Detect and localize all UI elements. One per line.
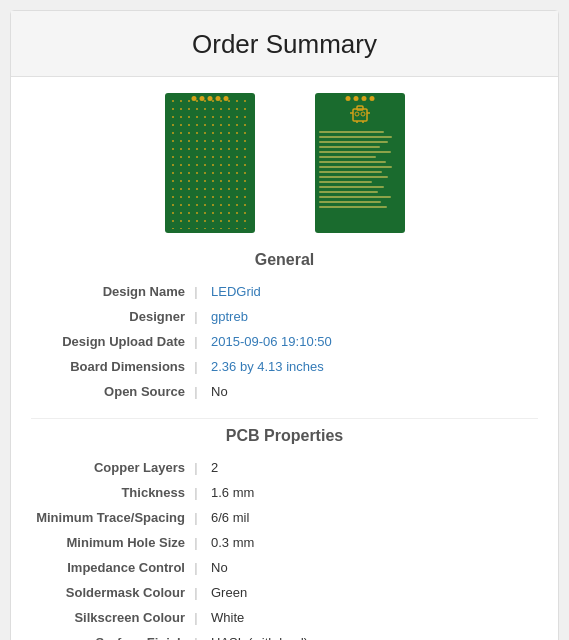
- separator-1: |: [191, 279, 201, 304]
- open-source-label: Open Source: [11, 379, 191, 404]
- impedance-value: No: [201, 555, 558, 580]
- pcb-section-title: PCB Properties: [11, 427, 558, 445]
- pcb-info-table: Copper Layers | 2 Thickness | 1.6 mm Min…: [11, 455, 558, 640]
- thickness-row: Thickness | 1.6 mm: [11, 480, 558, 505]
- impedance-label: Impedance Control: [11, 555, 191, 580]
- separator-4: |: [191, 354, 201, 379]
- surface-finish-label: Surface Finish: [11, 630, 191, 640]
- min-trace-label: Minimum Trace/Spacing: [11, 505, 191, 530]
- min-hole-row: Minimum Hole Size | 0.3 mm: [11, 530, 558, 555]
- pcb-dot-pattern: [165, 93, 255, 233]
- separator-7: |: [191, 480, 201, 505]
- separator-11: |: [191, 580, 201, 605]
- pcb-images: [11, 93, 558, 233]
- thickness-value: 1.6 mm: [201, 480, 558, 505]
- pcb-text-pattern: [319, 131, 401, 211]
- order-summary-card: Order Summary: [10, 10, 559, 640]
- soldermask-value: Green: [201, 580, 558, 605]
- separator-13: |: [191, 630, 201, 640]
- robot-icon: [348, 101, 372, 125]
- board-dimensions-label: Board Dimensions: [11, 354, 191, 379]
- copper-layers-row: Copper Layers | 2: [11, 455, 558, 480]
- pcb-front-image: [165, 93, 255, 233]
- separator-8: |: [191, 505, 201, 530]
- section-divider: [31, 418, 538, 419]
- thickness-label: Thickness: [11, 480, 191, 505]
- open-source-row: Open Source | No: [11, 379, 558, 404]
- upload-date-value: 2015-09-06 19:10:50: [201, 329, 558, 354]
- svg-rect-1: [357, 106, 363, 110]
- open-source-value: No: [201, 379, 558, 404]
- separator-10: |: [191, 555, 201, 580]
- designer-label: Designer: [11, 304, 191, 329]
- separator-5: |: [191, 379, 201, 404]
- separator-9: |: [191, 530, 201, 555]
- separator-3: |: [191, 329, 201, 354]
- separator-12: |: [191, 605, 201, 630]
- silkscreen-value: White: [201, 605, 558, 630]
- page-title: Order Summary: [11, 11, 558, 77]
- svg-point-3: [361, 112, 365, 116]
- surface-finish-row: Surface Finish | HASL (with lead): [11, 630, 558, 640]
- design-name-label: Design Name: [11, 279, 191, 304]
- min-hole-value: 0.3 mm: [201, 530, 558, 555]
- upload-date-row: Design Upload Date | 2015-09-06 19:10:50: [11, 329, 558, 354]
- board-dimensions-value: 2.36 by 4.13 inches: [201, 354, 558, 379]
- designer-value: gptreb: [201, 304, 558, 329]
- pcb-back-image: [315, 93, 405, 233]
- silkscreen-label: Silkscreen Colour: [11, 605, 191, 630]
- soldermask-label: Soldermask Colour: [11, 580, 191, 605]
- design-name-row: Design Name | LEDGrid: [11, 279, 558, 304]
- separator-6: |: [191, 455, 201, 480]
- separator-2: |: [191, 304, 201, 329]
- soldermask-row: Soldermask Colour | Green: [11, 580, 558, 605]
- min-trace-row: Minimum Trace/Spacing | 6/6 mil: [11, 505, 558, 530]
- general-section-title: General: [11, 251, 558, 269]
- board-dimensions-row: Board Dimensions | 2.36 by 4.13 inches: [11, 354, 558, 379]
- min-hole-label: Minimum Hole Size: [11, 530, 191, 555]
- copper-layers-value: 2: [201, 455, 558, 480]
- design-name-value: LEDGrid: [201, 279, 558, 304]
- general-info-table: Design Name | LEDGrid Designer | gptreb …: [11, 279, 558, 404]
- surface-finish-value: HASL (with lead): [201, 630, 558, 640]
- svg-point-2: [355, 112, 359, 116]
- silkscreen-row: Silkscreen Colour | White: [11, 605, 558, 630]
- impedance-row: Impedance Control | No: [11, 555, 558, 580]
- min-trace-value: 6/6 mil: [201, 505, 558, 530]
- designer-row: Designer | gptreb: [11, 304, 558, 329]
- copper-layers-label: Copper Layers: [11, 455, 191, 480]
- upload-date-label: Design Upload Date: [11, 329, 191, 354]
